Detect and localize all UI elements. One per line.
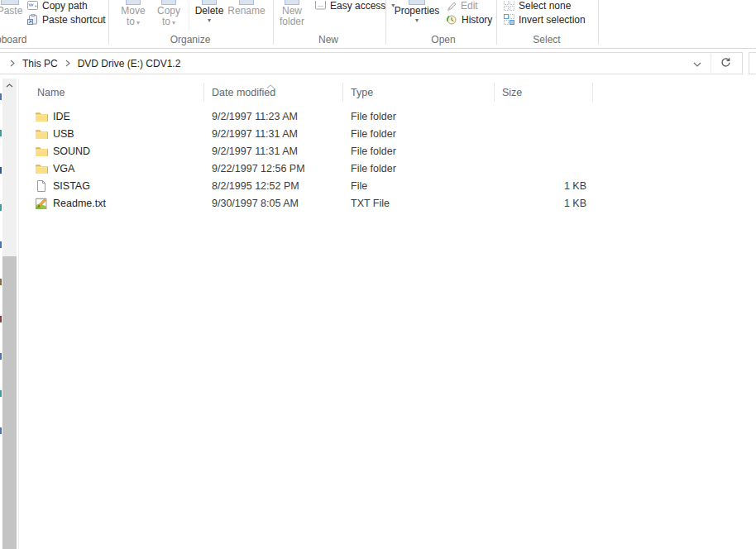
- search-box[interactable]: [749, 52, 756, 74]
- header-divider[interactable]: [592, 83, 593, 102]
- new-folder-icon: [285, 0, 299, 5]
- move-to-icon: [126, 0, 141, 5]
- sub-divider: [189, 2, 189, 30]
- content-area: Name Date modified Type Size IDE 9/2/199…: [0, 79, 756, 549]
- file-type: File folder: [351, 108, 396, 126]
- file-size: 1 KB: [494, 195, 586, 212]
- paste-button[interactable]: Paste: [0, 0, 31, 33]
- chevron-right-icon: [10, 60, 15, 67]
- invert-selection-label: Invert selection: [519, 14, 586, 26]
- file-row[interactable]: VGA 9/22/1997 12:56 PM File folder: [21, 160, 756, 178]
- file-row[interactable]: SOUND 9/2/1997 11:31 AM File folder: [21, 143, 756, 160]
- address-bar[interactable]: This PC DVD Drive (E:) CDV1.2: [0, 52, 743, 74]
- breadcrumb-dvd-drive[interactable]: DVD Drive (E:) CDV1.2: [76, 58, 183, 69]
- copy-path-label: Copy path: [42, 0, 88, 12]
- file-row[interactable]: USB 9/2/1997 11:31 AM File folder: [21, 126, 756, 143]
- edit-button[interactable]: Edit: [446, 0, 478, 12]
- folder-icon: [35, 127, 48, 141]
- ribbon: Paste Copy path Paste shortcut Clipboard…: [0, 0, 756, 49]
- move-to-button[interactable]: Move to▾: [115, 0, 151, 33]
- file-name: USB: [53, 126, 74, 143]
- chevron-down-icon: ▾: [172, 19, 175, 26]
- easy-access-button[interactable]: Easy access ▾: [315, 0, 395, 12]
- chevron-down-icon: ▾: [136, 19, 140, 26]
- sort-ascending-icon: [266, 79, 275, 91]
- history-button[interactable]: History: [446, 13, 492, 26]
- explorer-window: Paste Copy path Paste shortcut Clipboard…: [0, 0, 756, 549]
- scrollbar-up-arrow[interactable]: [2, 79, 17, 93]
- breadcrumb-this-pc[interactable]: This PC: [21, 58, 60, 69]
- file-row[interactable]: Readme.txt 9/30/1997 8:05 AM TXT File 1 …: [21, 195, 756, 212]
- pane-divider: [18, 79, 19, 549]
- chevron-right-icon: [65, 60, 70, 67]
- select-none-button[interactable]: Select none: [504, 0, 571, 12]
- invert-selection-button[interactable]: Invert selection: [504, 13, 586, 26]
- file-date: 9/2/1997 11:31 AM: [212, 126, 298, 143]
- folder-icon: [35, 145, 48, 158]
- copy-path-button[interactable]: Copy path: [27, 0, 88, 12]
- file-date: 9/22/1997 12:56 PM: [212, 160, 305, 178]
- file-type: File folder: [351, 143, 396, 160]
- paste-shortcut-icon: [27, 14, 38, 25]
- select-none-label: Select none: [519, 0, 571, 12]
- chevron-down-icon: [693, 58, 701, 69]
- refresh-button[interactable]: [714, 54, 737, 73]
- invert-selection-icon: [504, 14, 514, 25]
- file-name: SISTAG: [53, 178, 90, 195]
- paste-shortcut-label: Paste shortcut: [42, 14, 106, 26]
- column-header-name[interactable]: Name: [37, 87, 65, 98]
- delete-button[interactable]: Delete ▾: [191, 0, 227, 33]
- file-date: 9/30/1997 8:05 AM: [212, 195, 299, 212]
- chevron-down-icon: ▾: [394, 17, 440, 23]
- file-row[interactable]: SISTAG 8/2/1995 12:52 PM File 1 KB: [21, 178, 756, 195]
- file-name: SOUND: [53, 143, 90, 160]
- file-type: File: [351, 178, 367, 195]
- group-divider: [385, 0, 386, 45]
- copy-path-icon: [27, 1, 38, 10]
- file-type: File folder: [351, 160, 396, 178]
- file-row[interactable]: IDE 9/2/1997 11:23 AM File folder: [21, 108, 756, 126]
- text-file-icon: [35, 197, 48, 210]
- header-divider[interactable]: [494, 83, 495, 102]
- organize-group-label: Organize: [165, 34, 215, 45]
- address-dropdown-button[interactable]: [687, 54, 707, 73]
- rename-icon: [239, 0, 254, 5]
- file-size: [494, 160, 586, 178]
- column-header-type[interactable]: Type: [351, 87, 373, 98]
- scrollbar-thumb[interactable]: [2, 256, 17, 549]
- history-icon: [446, 14, 457, 26]
- chevron-down-icon: ▾: [191, 17, 227, 23]
- folder-icon: [35, 110, 48, 123]
- select-none-icon: [504, 1, 514, 11]
- header-divider[interactable]: [203, 83, 204, 102]
- copy-to-button[interactable]: Copy to▾: [151, 0, 186, 33]
- group-divider: [108, 0, 109, 45]
- column-header-size[interactable]: Size: [502, 87, 522, 98]
- file-list: IDE 9/2/1997 11:23 AM File folder USB 9/…: [21, 108, 756, 212]
- breadcrumb: This PC DVD Drive (E:) CDV1.2: [0, 58, 182, 69]
- file-name: VGA: [53, 160, 74, 178]
- refresh-icon: [720, 57, 731, 70]
- history-label: History: [462, 14, 492, 26]
- file-size: [494, 108, 586, 126]
- edit-icon: [446, 1, 457, 11]
- header-divider[interactable]: [342, 83, 343, 102]
- file-size: [494, 143, 586, 160]
- properties-icon: [409, 0, 425, 5]
- file-date: 8/2/1995 12:52 PM: [212, 178, 299, 195]
- nav-scrollbar[interactable]: [2, 79, 17, 549]
- move-to-label: Move to: [121, 5, 145, 27]
- open-group-label: Open: [423, 34, 464, 45]
- group-divider: [496, 0, 497, 45]
- file-type: File folder: [351, 126, 396, 143]
- paste-shortcut-button[interactable]: Paste shortcut: [27, 13, 106, 26]
- delete-icon: [202, 0, 217, 5]
- file-icon: [35, 179, 48, 193]
- properties-button[interactable]: Properties ▾: [394, 0, 440, 33]
- new-folder-button[interactable]: New folder: [275, 0, 309, 33]
- paste-icon: [1, 0, 19, 5]
- file-date: 9/2/1997 11:31 AM: [212, 143, 298, 160]
- easy-access-icon: [315, 1, 326, 10]
- file-size: 1 KB: [494, 178, 586, 195]
- rename-button[interactable]: Rename: [227, 0, 266, 33]
